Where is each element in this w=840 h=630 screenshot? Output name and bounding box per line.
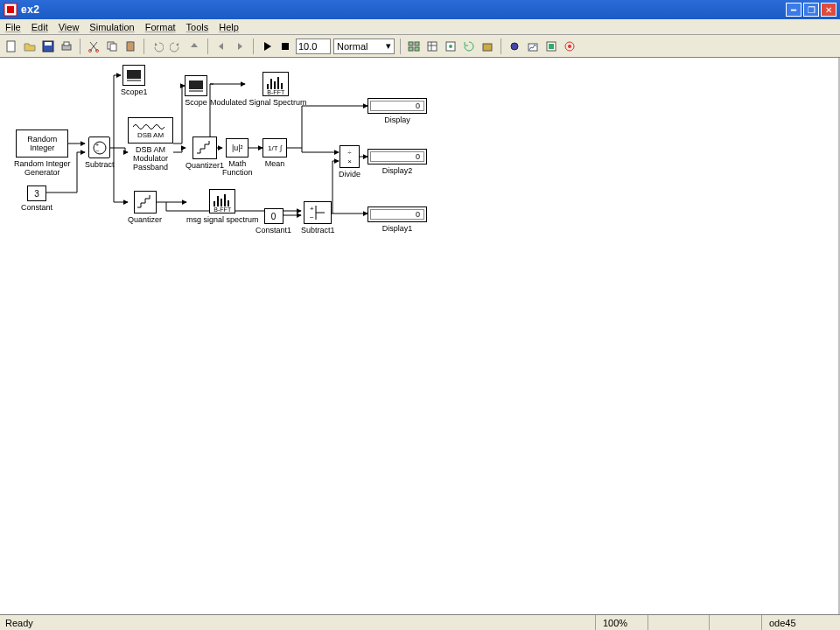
sim-mode-select[interactable]: Normal ▾ <box>333 38 395 54</box>
block-divide[interactable]: ÷ × Divide <box>339 145 360 178</box>
open-button[interactable] <box>22 38 38 54</box>
block-constant-label: Constant <box>21 203 52 212</box>
sum-icon: +− <box>91 139 108 157</box>
block-subtract[interactable]: +− Subtract <box>85 136 115 169</box>
svg-rect-28 <box>127 70 141 79</box>
block-constant[interactable]: 3 Constant <box>21 186 52 212</box>
target-button[interactable] <box>562 38 578 54</box>
model-canvas[interactable]: Scope1 Scope B-FFT Modulated Signal Spec… <box>0 58 840 618</box>
start-button[interactable] <box>259 38 275 54</box>
block-mod-spectrum[interactable]: B-FFT Modulated Signal Spectrum <box>245 72 307 107</box>
block-divide-label: Divide <box>339 170 360 178</box>
new-button[interactable] <box>4 38 19 54</box>
svg-point-27 <box>568 45 571 48</box>
profiler-button[interactable] <box>525 38 541 54</box>
block-random-integer-label: Random Integer Generator <box>14 159 71 177</box>
config-button[interactable] <box>443 38 458 54</box>
menu-edit[interactable]: Edit <box>32 22 48 32</box>
wave-icon <box>133 122 168 131</box>
svg-rect-16 <box>409 47 413 51</box>
svg-rect-1 <box>7 6 14 13</box>
print-button[interactable] <box>59 38 74 54</box>
block-display2[interactable]: 0 Display2 <box>368 149 427 175</box>
back-button[interactable] <box>214 38 229 54</box>
divide-port2: × <box>347 158 352 165</box>
rand-int-line2: Integer <box>30 144 54 152</box>
block-random-integer[interactable]: Random Integer Random Integer Generator <box>14 130 71 177</box>
block-quantizer[interactable]: Quantizer <box>128 191 162 224</box>
svg-rect-18 <box>428 42 437 51</box>
svg-text:+: + <box>95 142 99 148</box>
cut-button[interactable] <box>86 38 102 54</box>
block-constant1[interactable]: 0 Constant1 <box>256 208 291 234</box>
block-scope[interactable]: Scope <box>185 75 207 107</box>
build-button[interactable] <box>480 38 495 54</box>
dsb-top-label: DSB AM <box>137 131 164 139</box>
signal-lines <box>0 58 838 618</box>
maximize-button[interactable]: ❐ <box>803 3 819 17</box>
math-fn-sym: |u|² <box>232 144 243 152</box>
status-blank2 <box>709 615 761 630</box>
sim-mode-label: Normal <box>337 41 368 52</box>
block-mod-spectrum-label: Modulated Signal Spectrum <box>210 98 307 107</box>
svg-rect-12 <box>129 41 132 43</box>
stop-button[interactable] <box>277 38 293 54</box>
menu-help[interactable]: Help <box>219 22 239 32</box>
copy-button[interactable] <box>104 38 120 54</box>
svg-rect-11 <box>127 42 134 51</box>
block-mean[interactable]: 1/T ∫ Mean <box>262 138 287 168</box>
block-subtract-label: Subtract <box>85 160 115 169</box>
model-explorer-button[interactable] <box>424 38 440 54</box>
svg-point-22 <box>511 43 518 50</box>
paste-button[interactable] <box>122 38 138 54</box>
status-blank1 <box>648 615 709 630</box>
svg-text:+: + <box>310 205 314 213</box>
svg-text:−: − <box>310 214 314 221</box>
menu-view[interactable]: View <box>59 22 80 32</box>
undo-button[interactable] <box>150 38 165 54</box>
menu-simulation[interactable]: Simulation <box>89 22 134 32</box>
svg-point-20 <box>449 45 452 48</box>
block-math-function[interactable]: |u|² Math Function <box>222 138 253 177</box>
forward-button[interactable] <box>232 38 248 54</box>
refresh-button[interactable] <box>461 38 477 54</box>
display2-value: 0 <box>370 151 424 162</box>
menu-file[interactable]: File <box>5 22 21 32</box>
svg-rect-14 <box>409 42 413 46</box>
dropdown-icon: ▾ <box>386 40 391 52</box>
debug-button[interactable] <box>507 38 522 54</box>
display1-value: 0 <box>370 209 424 220</box>
bfft-label: B-FFT <box>267 89 284 95</box>
menu-tools[interactable]: Tools <box>186 22 209 32</box>
svg-rect-25 <box>549 44 554 49</box>
block-display[interactable]: 0 Display <box>368 98 427 124</box>
block-display1[interactable]: 0 Display1 <box>368 206 427 233</box>
svg-rect-4 <box>45 42 52 46</box>
scope-icon <box>187 79 205 93</box>
block-msg-spectrum[interactable]: B-FFT msg signal spectrum <box>186 189 259 224</box>
svg-rect-29 <box>189 80 203 89</box>
status-solver: ode45 <box>761 615 840 630</box>
block-quantizer1-label: Quantizer1 <box>186 161 224 170</box>
lib-browser-button[interactable] <box>406 38 422 54</box>
block-constant1-label: Constant1 <box>256 226 291 234</box>
sim-time-input[interactable]: 10.0 <box>296 38 331 54</box>
close-button[interactable]: ✕ <box>821 3 836 17</box>
coverage-button[interactable] <box>543 38 559 54</box>
block-mean-label: Mean <box>265 159 285 168</box>
block-display2-label: Display2 <box>382 166 413 175</box>
menu-format[interactable]: Format <box>145 22 176 32</box>
app-icon <box>4 3 18 17</box>
save-button[interactable] <box>40 38 56 54</box>
svg-rect-15 <box>415 42 419 46</box>
block-subtract1[interactable]: +− Subtract1 <box>301 201 335 234</box>
status-zoom: 100% <box>595 615 648 630</box>
up-button[interactable] <box>186 38 202 54</box>
block-quantizer1[interactable]: Quantizer1 <box>186 136 224 170</box>
redo-button[interactable] <box>168 38 184 54</box>
minimize-button[interactable]: ━ <box>786 3 802 17</box>
block-dsb-am[interactable]: DSB AM DSB AM Modulator Passband <box>128 117 173 172</box>
quantizer-icon <box>136 193 155 211</box>
block-scope1[interactable]: Scope1 <box>121 65 148 96</box>
block-display1-label: Display1 <box>382 224 413 233</box>
